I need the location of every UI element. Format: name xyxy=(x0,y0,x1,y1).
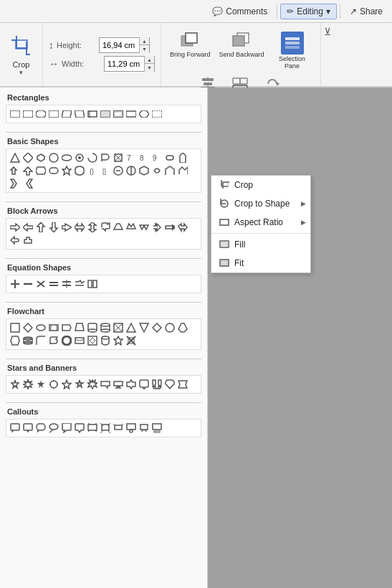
shape-item[interactable] xyxy=(177,379,188,390)
shape-item[interactable] xyxy=(100,422,111,434)
shape-item[interactable] xyxy=(35,422,47,434)
shape-item[interactable] xyxy=(177,165,188,176)
shape-item[interactable] xyxy=(48,379,59,390)
shape-item[interactable] xyxy=(48,422,59,434)
editing-button[interactable]: ✏ Editing ▾ xyxy=(280,4,337,19)
shape-item[interactable] xyxy=(151,108,163,120)
shape-item[interactable] xyxy=(87,335,98,346)
shape-item[interactable] xyxy=(87,322,98,333)
shape-item[interactable] xyxy=(61,335,72,346)
shape-item[interactable] xyxy=(9,108,21,120)
shape-item[interactable] xyxy=(87,278,98,290)
shape-item[interactable] xyxy=(100,322,111,333)
crop-button[interactable]: Crop ▾ xyxy=(0,23,43,86)
shape-item[interactable] xyxy=(35,165,47,176)
shape-item[interactable] xyxy=(151,222,163,233)
shape-item[interactable] xyxy=(35,222,47,233)
shape-item[interactable]: 7 xyxy=(125,152,137,163)
shape-item[interactable] xyxy=(61,379,72,390)
shape-item[interactable] xyxy=(151,422,163,434)
shape-item[interactable] xyxy=(113,165,124,176)
shape-item[interactable] xyxy=(9,234,21,246)
shape-item[interactable] xyxy=(113,222,124,233)
shape-item[interactable] xyxy=(35,278,47,290)
shape-item[interactable] xyxy=(100,108,111,120)
shape-item[interactable] xyxy=(22,152,34,163)
shape-item[interactable] xyxy=(125,335,137,346)
shape-item[interactable] xyxy=(74,335,85,346)
shape-item[interactable] xyxy=(9,379,21,390)
shape-item[interactable] xyxy=(22,178,34,189)
shape-item[interactable] xyxy=(9,422,21,434)
shape-item[interactable] xyxy=(48,222,59,233)
shape-item[interactable] xyxy=(74,222,85,233)
shape-item[interactable] xyxy=(113,322,124,333)
selection-pane-button[interactable]: Selection Pane xyxy=(270,29,315,72)
shape-item[interactable] xyxy=(177,322,188,333)
shape-item[interactable] xyxy=(61,108,72,120)
shape-item[interactable] xyxy=(87,222,98,233)
shape-item[interactable] xyxy=(61,322,72,333)
shape-item[interactable] xyxy=(22,335,34,346)
width-input[interactable] xyxy=(105,60,144,68)
share-button[interactable]: ↗ Share xyxy=(343,4,389,19)
shape-item[interactable] xyxy=(151,379,163,390)
shape-item[interactable] xyxy=(74,422,85,434)
shape-item[interactable] xyxy=(48,152,59,163)
shape-item[interactable] xyxy=(177,222,188,233)
shape-item[interactable] xyxy=(125,108,137,120)
shape-item[interactable] xyxy=(164,165,176,176)
shape-item[interactable]: 8 xyxy=(138,152,150,163)
shape-item[interactable] xyxy=(151,322,163,333)
shapes-panel[interactable]: Rectangles Basic Shapes xyxy=(0,87,208,588)
shape-item[interactable] xyxy=(48,278,59,290)
shape-item[interactable] xyxy=(74,152,85,163)
shape-item[interactable] xyxy=(87,422,98,434)
shape-item[interactable] xyxy=(177,152,188,163)
shape-item[interactable] xyxy=(22,108,34,120)
shape-item[interactable] xyxy=(87,379,98,390)
height-up-button[interactable]: ▲ xyxy=(139,37,149,45)
shape-item[interactable] xyxy=(9,322,21,333)
shape-item[interactable] xyxy=(74,379,85,390)
fit-menu-item[interactable]: Fit xyxy=(211,254,310,272)
shape-item[interactable] xyxy=(61,422,72,434)
shape-item[interactable] xyxy=(22,422,34,434)
shape-item[interactable] xyxy=(113,422,124,434)
width-down-button[interactable]: ▼ xyxy=(144,64,154,72)
shape-item[interactable] xyxy=(61,152,72,163)
shape-item[interactable] xyxy=(164,152,176,163)
shape-item[interactable] xyxy=(138,322,150,333)
crop-dropdown-arrow[interactable]: ▾ xyxy=(19,69,23,76)
shape-item[interactable] xyxy=(125,379,137,390)
shape-item[interactable] xyxy=(48,108,59,120)
shape-item[interactable] xyxy=(48,335,59,346)
shape-item[interactable] xyxy=(100,222,111,233)
crop-menu-item[interactable]: Crop xyxy=(211,176,310,194)
shape-item[interactable] xyxy=(113,152,124,163)
width-input-wrap[interactable]: ▲ ▼ xyxy=(104,56,155,72)
shape-item[interactable] xyxy=(87,152,98,163)
shape-item[interactable] xyxy=(164,379,176,390)
height-input[interactable] xyxy=(100,41,139,49)
shape-item[interactable] xyxy=(125,422,137,434)
shape-item[interactable] xyxy=(9,278,21,290)
shape-item[interactable] xyxy=(22,222,34,233)
shape-item[interactable] xyxy=(100,335,111,346)
shape-item[interactable] xyxy=(100,152,111,163)
shape-item[interactable] xyxy=(9,152,21,163)
shape-item[interactable]: 9 xyxy=(151,152,163,163)
shape-item[interactable] xyxy=(125,222,137,233)
shape-item[interactable] xyxy=(138,222,150,233)
shape-item[interactable] xyxy=(61,278,72,290)
shape-item[interactable]: {} xyxy=(87,165,98,176)
height-down-button[interactable]: ▼ xyxy=(139,45,149,53)
shape-item[interactable] xyxy=(151,165,163,176)
shape-item[interactable] xyxy=(138,379,150,390)
shape-item[interactable] xyxy=(74,108,85,120)
shape-item[interactable] xyxy=(125,165,137,176)
shape-item[interactable] xyxy=(164,322,176,333)
width-up-button[interactable]: ▲ xyxy=(144,56,154,64)
shape-item[interactable] xyxy=(74,322,85,333)
shape-item[interactable] xyxy=(22,379,34,390)
